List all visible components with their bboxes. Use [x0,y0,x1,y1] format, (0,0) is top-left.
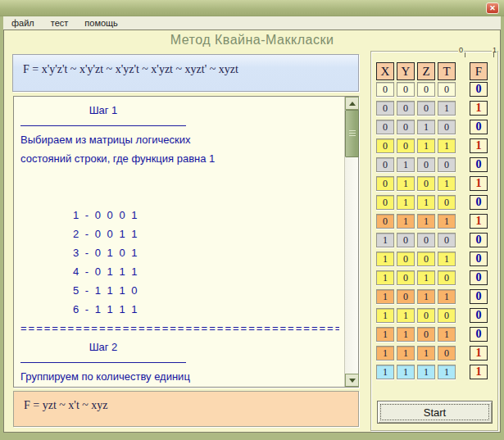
bit-cell: 0 [397,101,415,116]
bit-cell: 1 [376,289,394,304]
bit-cell: 0 [438,346,456,361]
app-window: ✕ файл тест помощь Метод Квайна-Маккласк… [0,0,504,440]
f-value-cell[interactable]: 1 [470,214,488,229]
vertical-scrollbar[interactable] [344,97,358,387]
bit-cell: 1 [438,252,456,266]
bit-cell: 1 [376,252,394,266]
start-button-label: Start [380,404,489,420]
bit-cell: 0 [438,157,456,172]
bit-cell: 1 [397,365,415,379]
bit-cell: 1 [397,176,415,191]
bit-cell: 1 [417,289,435,304]
bit-cell: 0 [438,308,456,323]
client-area: Метод Квайна-Маккласки F = x'y'z't ~ x'y… [3,29,501,433]
bit-cell: 0 [417,176,435,191]
f-value-cell[interactable]: 0 [470,157,488,172]
bit-cell: 0 [417,252,435,266]
bit-cell: 0 [376,214,394,229]
bit-cell: 1 [438,176,456,191]
bit-cell: 0 [376,176,394,191]
bit-cell: 1 [376,270,394,285]
bit-cell: 1 [417,270,435,285]
f-value-cell[interactable]: 1 [470,101,488,116]
bit-cell: 1 [397,327,415,342]
step-line [20,168,339,187]
bit-cell: 0 [397,82,415,97]
menu-item-test[interactable]: тест [49,17,70,29]
bit-cell: 0 [397,289,415,304]
f-value-cell[interactable]: 1 [470,138,488,153]
bit-cell: 0 [397,120,415,134]
f-value-cell[interactable]: 0 [470,233,488,247]
bit-cell: 1 [397,214,415,229]
f-value-cell[interactable]: 0 [470,120,488,134]
menu-bar: файл тест помощь [3,16,501,29]
step-line: 5 - 1 1 1 0 [20,281,339,300]
col-header-F: F [470,62,488,80]
f-value-cell[interactable]: 0 [470,308,488,323]
step-line: 3 - 0 1 0 1 [20,243,339,262]
bit-cell: 1 [397,308,415,323]
bit-cell: 1 [376,346,394,361]
bit-cell: 1 [417,195,435,210]
bit-cell: 0 [417,233,435,247]
scroll-up-icon[interactable] [345,97,359,110]
step-line: 2 - 0 0 1 1 [20,225,339,243]
bit-cell: 1 [438,289,456,304]
f-value-cell[interactable]: 0 [470,195,488,210]
f-legend-zero: 0 [458,46,464,54]
steps-output-area[interactable]: Шаг 1Выбираем из матрицы логическихсосто… [13,96,359,388]
bit-cell: 0 [376,195,394,210]
col-header-X: X [376,62,394,80]
step-line [20,187,339,206]
f-value-cell[interactable]: 0 [470,327,488,342]
step-heading: Шаг 1 [20,101,186,126]
menu-item-help[interactable]: помощь [83,17,120,29]
bit-cell: 0 [417,308,435,323]
bit-cell: 0 [438,195,456,210]
f-value-cell[interactable]: 1 [470,346,488,361]
bit-cell: 1 [397,157,415,172]
bit-cell: 1 [376,365,394,379]
f-legend-tick [493,52,494,57]
bit-cell: 0 [397,233,415,247]
bit-cell: 0 [438,233,456,247]
formula-input-panel[interactable]: F = x'y'z't ~ x'y'zt ~ x'yz't ~ x'yzt ~ … [12,54,359,92]
scrollbar-thumb[interactable] [345,110,359,157]
bit-cell: 0 [376,101,394,116]
result-text: F = yzt ~ x't ~ xyz [14,392,358,412]
page-title: Метод Квайна-Маккласки [4,33,500,48]
bit-cell: 1 [438,365,456,379]
f-value-cell[interactable]: 0 [470,289,488,304]
bit-cell: 0 [397,252,415,266]
f-value-cell[interactable]: 0 [470,270,488,285]
f-value-cell[interactable]: 1 [470,176,488,191]
title-bar[interactable]: ✕ [0,0,504,16]
step-line: Группируем по количеству единиц [20,367,339,386]
bit-cell: 0 [438,120,456,134]
bit-cell: 0 [417,82,435,97]
step-line: ========================================… [20,319,339,338]
f-value-cell[interactable]: 0 [470,82,488,97]
bit-cell: 1 [417,138,435,153]
menu-item-file[interactable]: файл [10,17,36,29]
bit-cell: 1 [438,327,456,342]
bit-cell: 0 [417,327,435,342]
step-line: 1 - 0 0 0 1 [20,206,339,225]
steps-content: Шаг 1Выбираем из матрицы логическихсосто… [14,97,344,387]
bit-cell: 0 [376,138,394,153]
scroll-down-icon[interactable] [345,374,359,387]
col-header-Z: Z [417,62,435,80]
col-header-T: T [438,62,456,80]
bit-cell: 1 [397,346,415,361]
bit-cell: 0 [397,270,415,285]
bit-cell: 1 [417,120,435,134]
bit-cell: 0 [438,270,456,285]
bit-cell: 1 [376,233,394,247]
f-value-cell[interactable]: 0 [470,252,488,266]
col-header-Y: Y [397,62,415,80]
start-button[interactable]: Start [377,401,493,424]
close-icon[interactable]: ✕ [486,2,499,14]
bit-cell: 1 [438,101,456,116]
f-value-cell[interactable]: 1 [470,365,488,379]
